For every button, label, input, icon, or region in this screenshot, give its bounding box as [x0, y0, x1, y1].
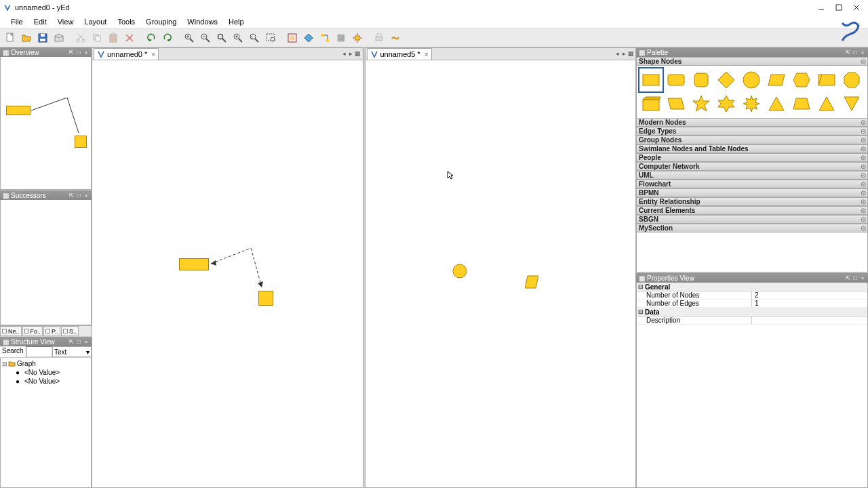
expand-icon[interactable]: ⊟ — [2, 361, 8, 367]
undo-icon[interactable] — [144, 30, 159, 45]
tab-next-icon[interactable]: ▸ — [620, 49, 627, 58]
palette-section[interactable]: Computer Network⊙ — [636, 162, 868, 171]
panel-pin-icon[interactable]: ⇱ — [844, 49, 851, 56]
shape-triangle-up2[interactable] — [816, 93, 837, 115]
search-input[interactable] — [26, 346, 52, 357]
structure-tree[interactable]: ⊟Graph ●<No Value> ●<No Value> — [0, 358, 92, 488]
palette-section[interactable]: Entity Relationship⊙ — [636, 197, 868, 206]
tab-list-icon[interactable]: ▦ — [355, 49, 361, 58]
palette-section[interactable]: MySection⊙ — [636, 224, 868, 232]
shape-rounded-rect2[interactable] — [690, 69, 712, 91]
layout-icon[interactable] — [301, 30, 316, 45]
tab-close-icon[interactable]: × — [425, 51, 429, 58]
tab-unnamed0[interactable]: unnamed0 * × — [94, 48, 159, 60]
palette-section[interactable]: BPMN⊙ — [636, 188, 868, 197]
tree-node-1[interactable]: ●<No Value> — [2, 368, 90, 377]
panel-close-icon[interactable]: × — [83, 338, 90, 345]
redo-icon[interactable] — [160, 30, 175, 45]
save-icon[interactable] — [35, 30, 50, 45]
tab-close-icon[interactable]: × — [151, 51, 155, 58]
shape-rectangle[interactable] — [640, 69, 662, 91]
panel-pin-icon[interactable]: ⇱ — [68, 49, 75, 56]
shape-trapezoid2[interactable] — [791, 93, 812, 115]
export-icon[interactable] — [52, 30, 66, 45]
shape-star8[interactable] — [741, 93, 762, 115]
panel-close-icon[interactable]: × — [859, 274, 866, 281]
panel-max-icon[interactable]: □ — [852, 49, 859, 56]
paste-icon[interactable] — [106, 30, 121, 45]
panel-pin-icon[interactable]: ⇱ — [68, 338, 75, 345]
successors-body[interactable] — [0, 200, 92, 325]
palette-section[interactable]: Edge Types⊙ — [636, 127, 868, 136]
menu-edit[interactable]: Edit — [28, 16, 52, 27]
canvas-node-parallelogram[interactable] — [525, 274, 540, 289]
panel-close-icon[interactable]: × — [859, 49, 866, 56]
tab-next-icon[interactable]: ▸ — [348, 49, 355, 58]
palette-header[interactable]: ▦ Palette ⇱ □ × — [636, 47, 868, 57]
shape-parallelogram2[interactable] — [665, 93, 687, 115]
menu-tools[interactable]: Tools — [112, 16, 140, 27]
tab-prev-icon[interactable]: ◂ — [341, 49, 348, 58]
menu-grouping[interactable]: Grouping — [140, 16, 182, 27]
copy-icon[interactable] — [90, 30, 104, 45]
panel-max-icon[interactable]: □ — [75, 338, 82, 345]
overview-canvas[interactable] — [0, 57, 92, 190]
canvas-node-hex[interactable] — [258, 291, 273, 306]
settings-icon[interactable] — [388, 30, 403, 45]
prop-group-general[interactable]: ⊟General — [637, 283, 867, 291]
successors-header[interactable]: ▦ Successors ⇱ □ × — [0, 190, 92, 200]
zoom-in-icon[interactable] — [182, 30, 197, 45]
shape-diamond[interactable] — [715, 69, 737, 91]
open-icon[interactable] — [19, 30, 34, 45]
shape-star6[interactable] — [715, 93, 737, 115]
menu-file[interactable]: File — [5, 16, 28, 27]
tab-unnamed5[interactable]: unnamed5 * × — [367, 48, 432, 60]
palette-section[interactable]: Modern Nodes⊙ — [636, 118, 868, 127]
overview-header[interactable]: ▦ Overview ⇱ □ × — [0, 47, 92, 57]
shape-rect3d[interactable] — [640, 93, 662, 115]
nb-tab-p[interactable]: P.. — [43, 326, 60, 336]
tab-prev-icon[interactable]: ◂ — [614, 49, 620, 58]
shape-ellipse[interactable] — [741, 69, 762, 91]
prop-group-data[interactable]: ⊟Data — [637, 308, 867, 317]
cut-icon[interactable] — [73, 30, 88, 45]
panel-max-icon[interactable]: □ — [75, 49, 82, 56]
nb-tab-ne[interactable]: Ne.. — [0, 326, 22, 336]
panel-pin-icon[interactable]: ⇱ — [68, 192, 75, 199]
new-doc-icon[interactable] — [3, 30, 18, 45]
zoom-reset-icon[interactable]: 1 — [247, 30, 262, 45]
shape-hexagon[interactable] — [791, 69, 812, 91]
nb-tab-s[interactable]: S.. — [61, 326, 79, 336]
shape-triangle-down[interactable] — [841, 93, 863, 115]
menu-view[interactable]: View — [52, 16, 79, 27]
prop-row-nodes[interactable]: Number of Nodes2 — [637, 291, 867, 300]
tree-node-2[interactable]: ●<No Value> — [2, 377, 90, 386]
palette-section[interactable]: SBGN⊙ — [636, 215, 868, 224]
print-icon[interactable] — [372, 30, 387, 45]
canvas-node-ellipse[interactable] — [452, 264, 467, 279]
snap-icon[interactable] — [350, 30, 365, 45]
prop-row-desc[interactable]: Description — [637, 317, 867, 325]
minimize-button[interactable] — [812, 1, 830, 14]
palette-section[interactable]: UML⊙ — [636, 171, 868, 180]
shape-trapezoid[interactable] — [816, 69, 837, 91]
menu-help[interactable]: Help — [223, 16, 250, 27]
fit-content-icon[interactable] — [285, 30, 300, 45]
palette-section[interactable]: Swimlane Nodes and Table Nodes⊙ — [636, 144, 868, 153]
palette-section[interactable]: Current Elements⊙ — [636, 206, 868, 215]
panel-max-icon[interactable]: □ — [75, 192, 82, 199]
grid-icon[interactable] — [334, 30, 349, 45]
palette-section[interactable]: Group Nodes⊙ — [636, 136, 868, 144]
shape-parallelogram[interactable] — [766, 69, 787, 91]
orthogonal-icon[interactable] — [317, 30, 332, 45]
menu-layout[interactable]: Layout — [79, 16, 112, 27]
shape-rounded-rect[interactable] — [665, 69, 687, 91]
prop-row-edges[interactable]: Number of Edges1 — [637, 300, 867, 308]
shape-triangle-up[interactable] — [766, 93, 787, 115]
panel-max-icon[interactable]: □ — [852, 274, 859, 281]
menu-windows[interactable]: Windows — [182, 16, 223, 27]
panel-pin-icon[interactable]: ⇱ — [844, 274, 851, 281]
canvas-node-rect[interactable] — [179, 258, 209, 270]
nb-tab-fo[interactable]: Fo.. — [22, 326, 43, 336]
search-mode-combo[interactable]: Text▾ — [52, 346, 92, 357]
